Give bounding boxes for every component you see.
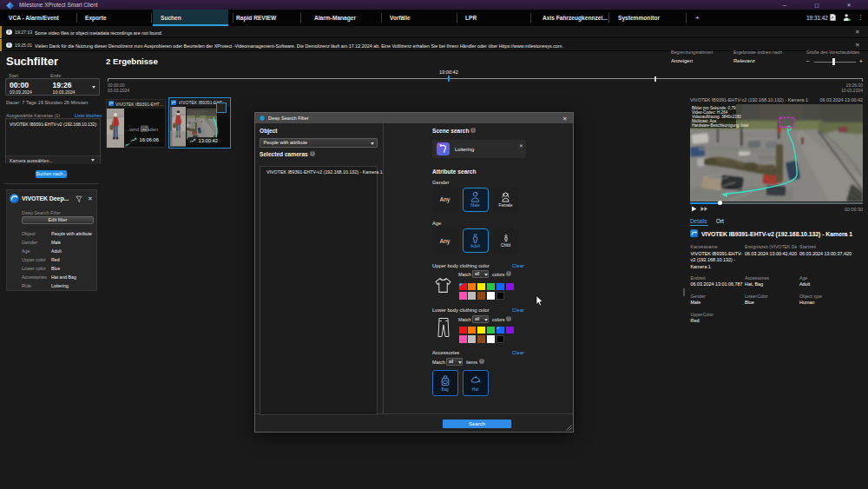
swatch-white[interactable] bbox=[487, 335, 495, 343]
swatch-brown[interactable] bbox=[477, 335, 485, 343]
info-icon[interactable]: i bbox=[470, 128, 476, 133]
camera-select-dropdown[interactable]: Kamera auswählen... bbox=[6, 155, 100, 164]
timeline-marker-selected[interactable] bbox=[448, 76, 450, 82]
swatch-white[interactable] bbox=[487, 292, 495, 300]
edit-filter-button[interactable]: Edit filter bbox=[22, 216, 94, 224]
age-child-label: Child bbox=[501, 243, 510, 248]
swatch-orange[interactable] bbox=[468, 283, 476, 291]
swatch-black[interactable] bbox=[496, 292, 504, 300]
swatch-blue-selected[interactable]: ✓ bbox=[496, 327, 504, 334]
size-minus-button[interactable]: − bbox=[806, 58, 810, 64]
tab-suchen[interactable]: Suchen bbox=[161, 10, 181, 26]
export-report-icon[interactable] bbox=[829, 13, 837, 22]
dialog-titlebar[interactable]: Deep Search Filter bbox=[255, 113, 573, 123]
window-minimize-button[interactable]: ─ bbox=[775, 0, 794, 10]
tab-ort[interactable]: Ort bbox=[716, 218, 724, 224]
size-plus-button[interactable]: + bbox=[859, 58, 863, 64]
swatch-purple[interactable] bbox=[506, 327, 514, 334]
notification-stripe bbox=[0, 26, 2, 38]
items-match-dropdown[interactable]: all bbox=[446, 358, 463, 366]
lower-clear-link[interactable]: Clear bbox=[512, 307, 524, 314]
swatch-silver[interactable] bbox=[468, 335, 476, 343]
tab-divider bbox=[457, 13, 457, 23]
selected-cameras-heading: Selected cameras bbox=[260, 151, 308, 157]
window-close-button[interactable]: ✕ bbox=[839, 0, 858, 10]
sort-by-value[interactable]: Relevanz bbox=[733, 58, 755, 64]
info-icon[interactable]: i bbox=[506, 271, 511, 276]
swatch-green[interactable] bbox=[487, 327, 495, 334]
age-any-button[interactable]: Any bbox=[432, 228, 458, 253]
overflow-menu-icon[interactable]: ⋮ bbox=[858, 14, 864, 21]
dialog-close-icon[interactable]: ✕ bbox=[562, 116, 567, 122]
results-timeline[interactable] bbox=[108, 78, 863, 79]
gender-male-button[interactable]: Male bbox=[463, 188, 489, 212]
dialog-resize-grip[interactable] bbox=[566, 425, 572, 431]
tab-vca-alarm-event[interactable]: VCA - Alarm/Event bbox=[9, 10, 59, 26]
tab-systemmonitor[interactable]: Systemmonitor bbox=[618, 10, 660, 26]
info-icon[interactable]: i bbox=[479, 359, 484, 364]
dialog-search-button[interactable]: Search bbox=[443, 420, 511, 428]
age-adult-button[interactable]: Adult bbox=[463, 228, 489, 253]
field-label: Endzeit bbox=[691, 275, 706, 281]
dialog-camera-item[interactable]: VIVOTEK IB9391-EHTV-v2 (192.168.10.132) … bbox=[266, 169, 383, 175]
gender-female-button[interactable]: Female bbox=[493, 188, 519, 212]
filter-funnel-icon[interactable] bbox=[76, 195, 82, 202]
swatch-silver[interactable] bbox=[468, 292, 476, 300]
swatch-green[interactable] bbox=[487, 283, 495, 291]
swatch-purple[interactable] bbox=[506, 283, 514, 291]
age-child-button[interactable]: Child bbox=[493, 228, 519, 253]
video-progress-knob[interactable] bbox=[718, 201, 722, 205]
tab-rapid-review[interactable]: Rapid REVIEW bbox=[236, 10, 276, 26]
scene-chip-close-icon[interactable]: ✕ bbox=[519, 143, 523, 149]
upper-clear-link[interactable]: Clear bbox=[512, 263, 524, 269]
tab-exporte[interactable]: Exporte bbox=[85, 10, 107, 26]
object-dropdown[interactable]: People with attribute bbox=[260, 138, 378, 148]
user-profile-icon[interactable] bbox=[843, 13, 851, 22]
tab-alarm-manager[interactable]: Alarm-Manager bbox=[314, 10, 356, 26]
swatch-yellow[interactable] bbox=[477, 327, 485, 334]
camera-list-item[interactable]: VIVOTEK IB9391-EHTV-v2 (192.168.10.132) … bbox=[10, 122, 98, 128]
upper-match-dropdown[interactable]: all bbox=[472, 270, 489, 278]
result-card-selected[interactable]: VIVOTEK IB9391-EHT... 13:00:42 bbox=[168, 97, 231, 149]
tab-add-button[interactable]: + bbox=[695, 10, 700, 26]
tab-details[interactable]: Details bbox=[690, 218, 707, 224]
play-button[interactable] bbox=[691, 206, 697, 212]
panel-close-icon[interactable]: ✕ bbox=[88, 195, 93, 202]
accessories-clear-link[interactable]: Clear bbox=[512, 350, 524, 356]
swatch-red-selected[interactable]: ✓ bbox=[459, 283, 467, 291]
swatch-pink[interactable] bbox=[459, 335, 467, 343]
notification-close-icon[interactable]: ✕ bbox=[855, 30, 859, 36]
lower-match-dropdown[interactable]: all bbox=[472, 315, 489, 323]
swatch-blue[interactable] bbox=[496, 283, 504, 291]
result-card[interactable]: VIVOTEK IB9391-EHTV-v2... ...wird gelade… bbox=[106, 99, 167, 149]
swatch-red[interactable] bbox=[459, 327, 467, 334]
swatch-orange[interactable] bbox=[468, 327, 476, 334]
info-icon[interactable]: i bbox=[310, 151, 315, 156]
details-scrollbar-thumb[interactable] bbox=[683, 288, 685, 296]
swatch-brown[interactable] bbox=[477, 292, 485, 300]
deep-search-filter-dialog: Deep Search Filter ✕ Object People with … bbox=[254, 112, 574, 433]
card-hover-menu-button[interactable] bbox=[216, 102, 227, 113]
info-icon[interactable]: i bbox=[506, 316, 511, 321]
frame-mode-icon[interactable] bbox=[700, 206, 708, 212]
gender-any-button[interactable]: Any bbox=[432, 188, 458, 212]
tab-axis-fahrzeugkennzeichen[interactable]: Axis Fahrzeugkennzei... bbox=[542, 10, 608, 26]
notification-close-icon[interactable]: ✕ bbox=[855, 43, 859, 49]
thumbnail-size-slider-thumb[interactable] bbox=[832, 58, 835, 65]
bounding-box-value[interactable]: Anzeigen bbox=[671, 58, 693, 64]
accessory-bag-button[interactable]: Bag bbox=[432, 370, 458, 397]
info-icon: i bbox=[6, 30, 12, 36]
accessory-hat-button[interactable]: Hat bbox=[463, 370, 489, 397]
window-maximize-button[interactable]: ▢ bbox=[807, 0, 826, 10]
sidebar-menu-icon[interactable]: ⋮ bbox=[44, 58, 51, 65]
swatch-yellow[interactable] bbox=[477, 283, 485, 291]
swatch-pink[interactable] bbox=[459, 292, 467, 300]
tab-lpr[interactable]: LPR bbox=[465, 10, 477, 26]
field-label: Gender bbox=[691, 294, 706, 299]
tab-vorfaelle[interactable]: Vorfälle bbox=[390, 10, 411, 26]
swatch-black[interactable] bbox=[496, 335, 504, 343]
search-for-button[interactable]: Suchen nach... bbox=[36, 170, 67, 179]
thumbnail-size-slider[interactable] bbox=[814, 62, 856, 63]
time-range-picker[interactable]: 00:00 03.03.2024 19:26 10.03.2024 bbox=[5, 78, 100, 96]
timeline-marker[interactable] bbox=[654, 76, 656, 83]
